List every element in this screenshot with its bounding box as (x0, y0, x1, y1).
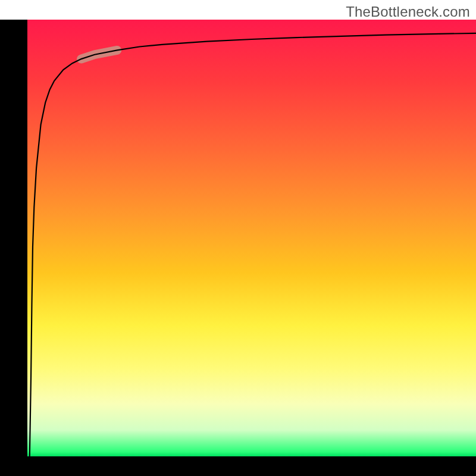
plot-gradient (27, 20, 476, 456)
watermark-label: TheBottleneck.com (346, 4, 470, 20)
x-axis-band (0, 456, 476, 476)
chart-container: TheBottleneck.com (0, 0, 476, 476)
y-axis-band (0, 20, 27, 456)
